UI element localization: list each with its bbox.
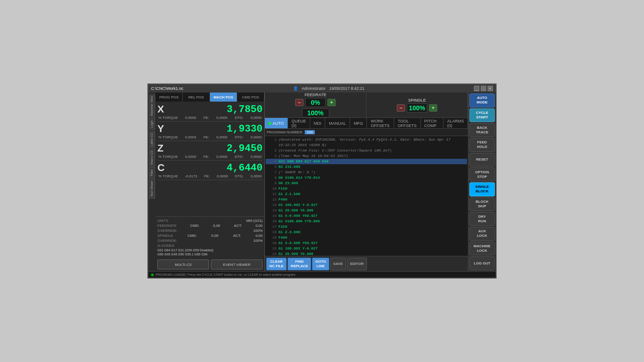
axis-c-fe-val: 0,0000 bbox=[217, 174, 228, 178]
nc-line: 2(Created from File: C:/DXF Converter/Sq… bbox=[266, 148, 467, 153]
title-bar-icons: _ □ ✕ bbox=[474, 86, 493, 91]
gcodes-row: G-CODES bbox=[157, 244, 263, 248]
spindle-plus-button[interactable]: + bbox=[429, 104, 437, 112]
back-trace-button[interactable]: BACKTRACE bbox=[469, 123, 495, 137]
title-bar-left: C:\CNC\Work1.nc bbox=[151, 86, 183, 91]
nc-line-number: 9 bbox=[267, 181, 277, 186]
nc-line-content: (* SHAPE Nr: 0 *) bbox=[278, 170, 316, 175]
nc-line-number: 16 bbox=[267, 219, 277, 224]
feedrate-plus-button[interactable]: + bbox=[327, 99, 336, 106]
axis-row-y: Y 1,9330 % TORQUE 0,0003 FE: 0,0000 DTG:… bbox=[157, 123, 263, 141]
gcodes-value2: G90 G40 G49 G50 G50.1 G69 G98 bbox=[157, 253, 207, 256]
side-label-machine-view[interactable]: Machine View bbox=[149, 94, 155, 117]
nc-line-number: 3 bbox=[267, 153, 277, 159]
maximize-icon[interactable]: □ bbox=[481, 86, 486, 91]
side-label-lathe-cs[interactable]: Lathe CS bbox=[149, 131, 155, 148]
nc-line: 22G1 Z0.000 Y0.000 bbox=[266, 251, 467, 256]
spindle-row: SPINDLE CMD: 0,00 ACT: 0,00 bbox=[157, 234, 263, 238]
option-stop-button[interactable]: OPTIONSTOP bbox=[469, 167, 495, 181]
reset-button[interactable]: RESET bbox=[469, 153, 495, 167]
nc-line: 17F150 bbox=[266, 224, 467, 230]
axis-value-y: 1,9330 bbox=[169, 123, 263, 135]
feedrate-minus-button[interactable]: − bbox=[295, 99, 303, 106]
nc-line-number: 13 bbox=[267, 202, 277, 208]
editor-button[interactable]: EDITOR bbox=[347, 258, 367, 270]
axis-z-torque-val: 0,0000 bbox=[185, 155, 196, 159]
nc-line-number: 4 bbox=[267, 159, 277, 164]
tab-queue[interactable]: QUEUE (0) bbox=[288, 118, 310, 128]
feed-hold-button[interactable]: FEEDHOLD bbox=[469, 138, 495, 152]
nc-line-content: (Created from File: C:/DXF Converter/Squ… bbox=[278, 148, 392, 153]
side-label-macro-cs[interactable]: Macro CS bbox=[149, 149, 155, 166]
dro-axes: X 3,7850 % TORQUE 0,0000 FE: 0,0000 DTG:… bbox=[156, 102, 264, 216]
tab-mach-pos[interactable]: MACH POS bbox=[210, 93, 237, 102]
block-skip-button[interactable]: BLOCKSKIP bbox=[469, 197, 495, 211]
tab-cmd-pos[interactable]: CMD POS bbox=[237, 93, 264, 102]
units-label: UNITS bbox=[157, 219, 168, 223]
axis-label-z: Z bbox=[157, 142, 169, 154]
goto-line-button[interactable]: GOTOLINE bbox=[312, 258, 329, 270]
spindle-label: SPINDLE bbox=[157, 234, 173, 238]
tab-prog-pos[interactable]: PROG POS bbox=[156, 93, 183, 102]
dro-panel: PROG POS REL POS MACH POS CMD POS X bbox=[156, 93, 264, 271]
axis-x-fe-label: FE: bbox=[204, 116, 209, 120]
position-tabs: PROG POS REL POS MACH POS CMD POS bbox=[156, 93, 264, 102]
spindle-override-label: OVERRIDE: bbox=[157, 239, 177, 243]
find-replace-button[interactable]: FINDREPLACE bbox=[288, 258, 311, 270]
tab-manual[interactable]: MANUAL bbox=[325, 118, 350, 128]
single-block-button[interactable]: SINGLEBLOCK bbox=[469, 182, 495, 196]
event-viewer-button[interactable]: EVENT VIEWER bbox=[211, 259, 263, 269]
nc-line: 11G1 Z-1.500 bbox=[266, 191, 467, 197]
gcodes-label: G-CODES bbox=[157, 244, 174, 248]
username: Administrator bbox=[302, 86, 326, 91]
log-out-button[interactable]: LOG OUT bbox=[469, 256, 495, 270]
status-dot bbox=[151, 274, 154, 276]
nc-line-content: G1 X100.000 Y70.000 bbox=[278, 219, 320, 224]
side-label-tool-viewer[interactable]: Tool Viewer bbox=[149, 179, 155, 199]
axis-c-fe-label: FE: bbox=[204, 174, 210, 178]
aux-lock-button[interactable]: AUXLOCK bbox=[469, 227, 495, 241]
dry-run-button[interactable]: DRYRUN bbox=[469, 212, 495, 226]
multi-cs-button[interactable]: MULTI-CS bbox=[157, 259, 209, 269]
tab-rel-pos[interactable]: REL POS bbox=[183, 93, 210, 102]
auto-mode-button[interactable]: AUTOMODE bbox=[469, 93, 495, 108]
main-content: Machine View Login Lathe CS Macro CS Fil… bbox=[148, 93, 496, 271]
side-label-login[interactable]: Login bbox=[149, 118, 155, 130]
nc-line-content: F400 bbox=[278, 235, 287, 240]
tab-mdi[interactable]: MDI bbox=[310, 118, 326, 128]
program-number-bar: PROGRAM NUMBER: 100 bbox=[265, 129, 468, 136]
nc-line-number: 10 bbox=[267, 186, 277, 191]
feedrate-title: FEEDRATE bbox=[305, 93, 327, 97]
axis-y-torque-label: % TORQUE bbox=[158, 135, 178, 139]
tab-auto[interactable]: AUTO bbox=[265, 118, 288, 128]
clear-nc-file-button[interactable]: CLEARNC FILE bbox=[266, 258, 287, 270]
nc-line-content: F150 bbox=[278, 224, 287, 230]
tab-tool-offsets[interactable]: TOOL OFFSETS bbox=[394, 118, 421, 128]
save-button[interactable]: SAVE bbox=[330, 258, 346, 270]
nc-line-number: 19 bbox=[267, 235, 277, 240]
nc-line: 10F150 bbox=[266, 186, 467, 191]
axis-x-torque-label: % TORQUE bbox=[158, 116, 178, 120]
close-icon[interactable]: ✕ bbox=[488, 86, 493, 91]
tab-work-offsets[interactable]: WORK OFFSETS bbox=[367, 118, 394, 128]
gcodes-val2-row: G90 G40 G49 G50 G50.1 G69 G98 bbox=[157, 253, 263, 256]
nc-editor[interactable]: 1(Generated with: DXF2GCODE, Version: Py… bbox=[265, 136, 468, 256]
nc-line-number: 2 bbox=[267, 148, 277, 153]
axis-y-fe-label: FE: bbox=[204, 135, 209, 139]
spindle-title: SPINDLE bbox=[408, 98, 426, 103]
axis-c-torque-val: -0,0173 bbox=[185, 174, 197, 178]
nc-line-number: 17 bbox=[267, 224, 277, 230]
tab-mpg[interactable]: MPG bbox=[350, 118, 367, 128]
axis-y-dtg-label: DTG: bbox=[234, 135, 243, 139]
cycle-start-button[interactable]: CYCLESTART bbox=[469, 108, 495, 122]
tab-pitch-comp[interactable]: PITCH COMP bbox=[421, 118, 444, 128]
machine-lock-button[interactable]: MACHINELOCK bbox=[469, 242, 495, 256]
tab-alarms[interactable]: ALARMS (0) bbox=[444, 118, 468, 128]
minimize-icon[interactable]: _ bbox=[474, 86, 479, 91]
axis-row-x: X 3,7850 % TORQUE 0,0000 FE: 0,0000 DTG:… bbox=[157, 103, 263, 122]
feedrate-controls: − 0% + bbox=[295, 98, 336, 107]
spindle-minus-button[interactable]: − bbox=[397, 104, 405, 112]
gcodes-value: G01 G64 G17 G21 (G54-G59 Disabled) bbox=[157, 249, 213, 252]
side-label-filter[interactable]: Filter bbox=[149, 167, 155, 178]
axis-x-dtg-label: DTG: bbox=[234, 116, 243, 120]
